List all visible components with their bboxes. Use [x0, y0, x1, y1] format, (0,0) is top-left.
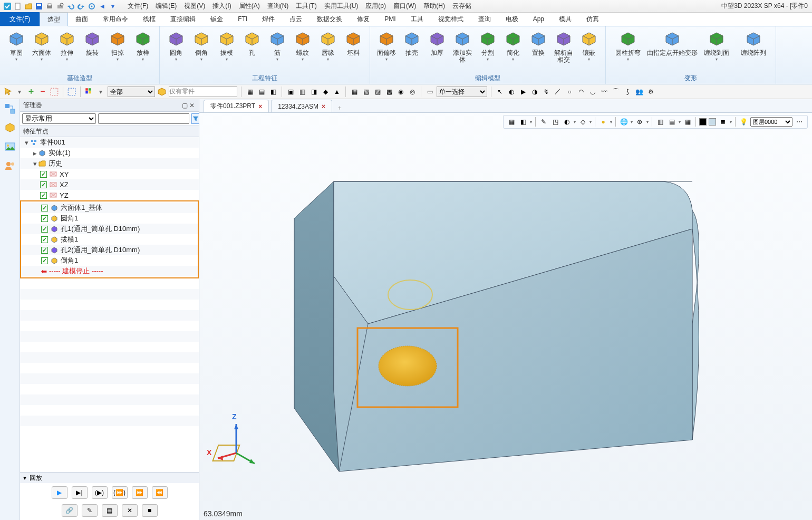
- menu-insert[interactable]: 插入(I): [212, 2, 231, 11]
- delete-icon[interactable]: ✕: [122, 504, 138, 517]
- checkbox-icon[interactable]: ✓: [41, 257, 48, 264]
- ribbon-button[interactable]: 镶嵌▾: [577, 28, 601, 62]
- checkbox-icon[interactable]: ✓: [41, 236, 48, 243]
- ribbon-tab[interactable]: 造型: [40, 13, 68, 26]
- select-box-icon[interactable]: [50, 87, 59, 97]
- ribbon-button[interactable]: 六面体▾: [30, 28, 54, 62]
- settings-icon[interactable]: [88, 2, 96, 11]
- arc2-icon[interactable]: ◡: [588, 87, 597, 97]
- ribbon-tab[interactable]: 点云: [282, 12, 310, 26]
- menu-cloud[interactable]: 云存储: [452, 2, 471, 11]
- ribbon-tab[interactable]: 模具: [552, 12, 579, 26]
- ribbon-button[interactable]: 拉伸▾: [55, 28, 79, 62]
- arc-icon[interactable]: ◠: [576, 87, 586, 97]
- save-icon[interactable]: [35, 2, 43, 11]
- link-icon[interactable]: 🔗: [62, 504, 78, 517]
- redo-icon[interactable]: [77, 2, 85, 11]
- print-icon[interactable]: [45, 2, 54, 11]
- chevron-down-icon[interactable]: ▾: [15, 87, 24, 97]
- circle-icon[interactable]: ○: [565, 87, 574, 97]
- chevron-down-icon[interactable]: ▾: [96, 87, 105, 97]
- open-icon[interactable]: [24, 2, 33, 11]
- ribbon-button[interactable]: 缠绕阵列: [736, 28, 771, 56]
- tool-icon[interactable]: ◧: [268, 87, 278, 97]
- only-parts-field[interactable]: [169, 86, 237, 97]
- undo-icon[interactable]: [66, 2, 75, 11]
- document-tab[interactable]: 12334.Z3ASM×: [271, 100, 332, 112]
- ribbon-button[interactable]: 圆角▾: [164, 28, 188, 62]
- tree-row[interactable]: ✓XZ: [20, 179, 199, 190]
- tool-icon[interactable]: ▲: [332, 87, 342, 97]
- ribbon-button[interactable]: 添加实体: [450, 28, 475, 63]
- ribbon-button[interactable]: 抽壳: [400, 28, 424, 56]
- close-icon[interactable]: ✕: [188, 102, 196, 109]
- ribbon-button[interactable]: 坯料: [341, 28, 365, 56]
- ribbon-button[interactable]: 唇缘▾: [316, 28, 340, 62]
- filter-all-dropdown[interactable]: 全部: [108, 86, 155, 97]
- tool-icon[interactable]: ◎: [408, 87, 417, 97]
- tool-icon[interactable]: ▤: [257, 87, 266, 97]
- ribbon-tab[interactable]: PMI: [377, 12, 403, 26]
- checkbox-icon[interactable]: ✓: [40, 171, 47, 178]
- tool-icon[interactable]: ▥: [297, 87, 307, 97]
- manager-tree-icon[interactable]: [4, 102, 16, 115]
- ribbon-tab[interactable]: FTI: [230, 12, 255, 26]
- add-icon[interactable]: ＋: [26, 87, 36, 97]
- ribbon-tab[interactable]: 数据交换: [310, 12, 350, 26]
- new-icon[interactable]: [14, 2, 22, 11]
- menu-edit[interactable]: 编辑(E): [156, 2, 177, 11]
- ribbon-tab[interactable]: 焊件: [255, 12, 282, 26]
- ribbon-tab[interactable]: 钣金: [203, 12, 230, 26]
- app-icon[interactable]: [3, 2, 12, 11]
- ribbon-button[interactable]: 由指定点开始变形: [647, 28, 698, 56]
- menu-attr[interactable]: 属性(A): [239, 2, 260, 11]
- model-stop-marker[interactable]: ⬅----- 建模停止 -----: [21, 266, 198, 276]
- tool-icon[interactable]: ▧: [361, 87, 371, 97]
- menu-tools[interactable]: 工具(T): [296, 2, 316, 11]
- tool-icon[interactable]: ▦: [350, 87, 359, 97]
- tree-row[interactable]: ▸实体(1): [20, 148, 199, 158]
- selection-mode-dropdown[interactable]: 单一选择: [437, 86, 487, 97]
- people-icon[interactable]: 👥: [634, 87, 644, 97]
- ff-button[interactable]: ⏩: [132, 486, 148, 499]
- ribbon-button[interactable]: 旋转: [80, 28, 104, 56]
- display-filter-dropdown[interactable]: 显示常用: [22, 113, 96, 124]
- menu-view[interactable]: 视图(V): [184, 2, 205, 11]
- tool-icon[interactable]: ◨: [309, 87, 318, 97]
- ribbon-button[interactable]: 螺纹▾: [291, 28, 315, 62]
- cursor-icon[interactable]: ↖: [495, 87, 505, 97]
- tree-row[interactable]: ▾历史: [20, 158, 199, 169]
- collapse-icon[interactable]: ▾: [23, 139, 30, 147]
- ribbon-button[interactable]: 圆柱折弯▾: [610, 28, 646, 62]
- pointer-icon[interactable]: [3, 87, 13, 97]
- nav-dd-icon[interactable]: ▾: [109, 2, 117, 11]
- print-preview-icon[interactable]: [56, 2, 64, 11]
- play-button[interactable]: ▶: [52, 486, 67, 499]
- tree-row[interactable]: ✓拔模1: [21, 234, 198, 245]
- remove-icon[interactable]: －: [38, 87, 47, 97]
- ribbon-tab[interactable]: 工具: [403, 12, 431, 26]
- tool-icon[interactable]: ◉: [396, 87, 405, 97]
- tool-icon[interactable]: ▨: [373, 87, 382, 97]
- tool-icon[interactable]: ▩: [384, 87, 394, 97]
- ribbon-button[interactable]: 倒角▾: [189, 28, 214, 62]
- skip-fwd2-button[interactable]: (⏩): [112, 486, 128, 499]
- ribbon-button[interactable]: 加厚: [425, 28, 449, 56]
- color-filter-icon[interactable]: [84, 87, 94, 97]
- ribbon-button[interactable]: 筋▾: [265, 28, 289, 62]
- ribbon-tab[interactable]: 曲面: [68, 12, 95, 26]
- tool-icon[interactable]: ◆: [321, 87, 330, 97]
- tree-row[interactable]: ✓XY: [20, 169, 199, 179]
- tree-row[interactable]: ✓倒角1: [21, 255, 198, 266]
- image-icon[interactable]: [4, 140, 16, 153]
- nav-left-icon[interactable]: ◄: [98, 2, 107, 11]
- cycle-icon[interactable]: ◑: [530, 87, 539, 97]
- tool-icon[interactable]: ▭: [425, 87, 434, 97]
- tree-row[interactable]: ✓YZ: [20, 190, 199, 200]
- tree-row[interactable]: ▾零件001: [20, 137, 199, 148]
- spline-icon[interactable]: 〰: [600, 87, 609, 97]
- line-icon[interactable]: ／: [553, 87, 563, 97]
- ribbon-tab[interactable]: 常用命令: [95, 12, 136, 26]
- gear-icon[interactable]: ⚙: [646, 87, 655, 97]
- ribbon-button[interactable]: 简化▾: [501, 28, 525, 62]
